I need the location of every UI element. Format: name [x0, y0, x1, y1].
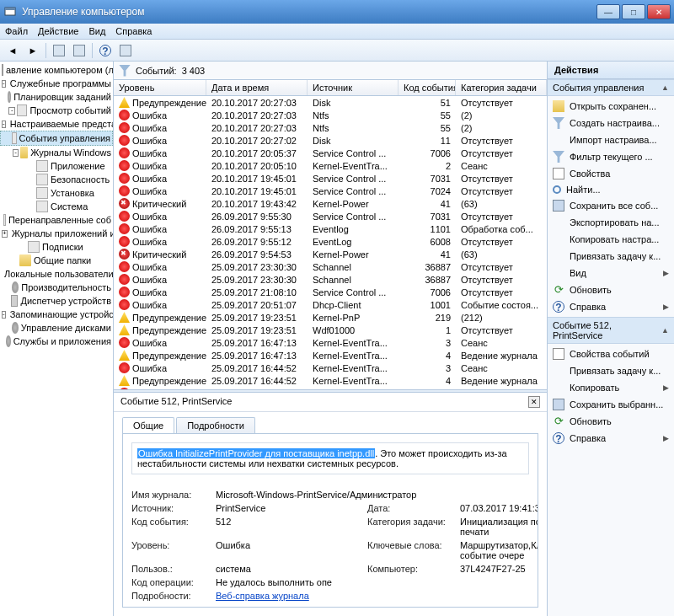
tree-item[interactable]: Подписки	[0, 240, 113, 254]
event-row[interactable]: Ошибка20.10.2017 20:27:03Ntfs55(2)	[114, 121, 547, 134]
event-row[interactable]: Ошибка26.09.2017 9:55:12EventLog6008Отсу…	[114, 235, 547, 248]
menu-view[interactable]: Вид	[88, 26, 105, 36]
action-item[interactable]: Создать настраива...	[548, 115, 674, 131]
tree-label: Журналы Windows	[30, 147, 111, 158]
event-row[interactable]: Ошибка25.09.2017 16:44:52Kernel-EventTra…	[114, 362, 547, 374]
event-row[interactable]: Ошибка25.09.2017 16:47:13Kernel-EventTra…	[114, 336, 547, 349]
tree-item[interactable]: Управление дисками	[0, 321, 113, 335]
tree-item[interactable]: авление компьютером (локальн	[0, 63, 113, 77]
event-row[interactable]: Предупреждение25.09.2017 19:23:51Wdf0100…	[114, 324, 547, 336]
action-item[interactable]: Привязать задачу к...	[548, 362, 674, 379]
col-code[interactable]: Код события	[399, 80, 456, 95]
event-row[interactable]: Предупреждение25.09.2017 16:44:52Kernel-…	[114, 374, 547, 387]
tree-item[interactable]: -Журналы Windows	[0, 146, 113, 159]
action-item[interactable]: Свойства событий	[548, 345, 674, 362]
action-item[interactable]: ⟳Обновить	[548, 281, 674, 298]
event-row[interactable]: Ошибка20.10.2017 19:45:01Service Control…	[114, 172, 547, 185]
tree-toggle-icon[interactable]: -	[2, 311, 6, 319]
tree-toggle-icon[interactable]: -	[13, 149, 19, 157]
action-item[interactable]: ?Справка▶	[548, 430, 674, 447]
tree-item[interactable]: Локальные пользователи и гр	[0, 267, 113, 281]
forward-button[interactable]: ►	[24, 41, 42, 60]
event-row[interactable]: Ошибка20.10.2017 20:05:37Service Control…	[114, 147, 547, 159]
action-item[interactable]: Привязать задачу к...	[548, 248, 674, 265]
action-item[interactable]: Вид▶	[548, 265, 674, 281]
event-grid[interactable]: Предупреждение20.10.2017 20:27:03Disk51О…	[114, 96, 547, 389]
action-item[interactable]: Копировать настра...	[548, 231, 674, 248]
action-item[interactable]: ⟳Обновить	[548, 413, 674, 430]
web-help-link[interactable]: Веб-справка журнала	[216, 591, 309, 601]
tab-details[interactable]: Подробности	[176, 417, 255, 433]
event-row[interactable]: Ошибка20.10.2017 20:27:02Disk11Отсутству…	[114, 134, 547, 147]
action-item[interactable]: Сохранить все соб...	[548, 197, 674, 214]
action-item[interactable]: ?Справка▶	[548, 298, 674, 315]
minimize-button[interactable]: —	[596, 4, 620, 19]
tree-item[interactable]: Производительность	[0, 281, 113, 294]
menu-help[interactable]: Справка	[115, 26, 152, 36]
event-row[interactable]: Ошибка25.09.2017 21:08:10Service Control…	[114, 286, 547, 298]
tree-toggle-icon[interactable]: +	[2, 230, 8, 238]
tree-item[interactable]: События управления	[0, 131, 113, 146]
menu-action[interactable]: Действие	[38, 26, 78, 36]
tree-item[interactable]: +Журналы приложений и сл	[0, 227, 113, 240]
action-item[interactable]: Копировать▶	[548, 379, 674, 396]
action-item[interactable]: Свойства	[548, 165, 674, 182]
col-level[interactable]: Уровень	[114, 80, 206, 95]
event-row[interactable]: Ошибка26.09.2017 9:55:30Service Control …	[114, 210, 547, 222]
tab-general[interactable]: Общие	[122, 417, 174, 433]
tool-icon[interactable]	[50, 41, 68, 60]
event-row[interactable]: Предупреждение25.09.2017 16:47:13Kernel-…	[114, 349, 547, 362]
navigation-tree[interactable]: авление компьютером (локальн-Служебные п…	[0, 62, 114, 616]
event-row[interactable]: Критический20.10.2017 19:43:42Kernel-Pow…	[114, 197, 547, 210]
event-row[interactable]: Ошибка25.09.2017 20:51:07Dhcp-Client1001…	[114, 298, 547, 311]
event-row[interactable]: Ошибка20.10.2017 20:05:10Kernel-EventTra…	[114, 159, 547, 172]
action-item[interactable]: Импорт настраива...	[548, 131, 674, 148]
tree-item[interactable]: -Запоминающие устройства	[0, 308, 113, 321]
tree-item[interactable]: Безопасность	[0, 173, 113, 186]
detail-close-button[interactable]: ✕	[528, 396, 540, 408]
tree-item[interactable]: Установка	[0, 186, 113, 200]
tree-item[interactable]: -Служебные программы	[0, 77, 113, 90]
event-row[interactable]: Ошибка26.09.2017 9:55:13Eventlog1101Обра…	[114, 222, 547, 235]
tree-item[interactable]: -Просмотр событий	[0, 104, 113, 117]
event-row[interactable]: Предупреждение25.09.2017 19:23:51Kernel-…	[114, 311, 547, 324]
action-item[interactable]: Найти...	[548, 182, 674, 197]
actions-section-1[interactable]: События управления▲	[548, 79, 674, 96]
event-row[interactable]: Критический26.09.2017 9:54:53Kernel-Powe…	[114, 248, 547, 260]
action-item[interactable]: Сохранить выбранн...	[548, 396, 674, 413]
grid-header[interactable]: Уровень Дата и время Источник Код событи…	[114, 80, 547, 96]
action-label: Сохранить все соб...	[570, 201, 658, 211]
col-category[interactable]: Категория задачи	[456, 80, 547, 95]
tool-icon[interactable]	[70, 41, 88, 60]
tree-item[interactable]: Система	[0, 200, 113, 213]
tree-item[interactable]: Перенаправленные соб	[0, 213, 113, 227]
event-row[interactable]: Ошибка20.10.2017 20:27:03Ntfs55(2)	[114, 109, 547, 121]
col-date[interactable]: Дата и время	[206, 80, 308, 95]
tree-item[interactable]: -Настраиваемые представл	[0, 117, 113, 131]
event-row[interactable]: Предупреждение20.10.2017 20:27:03Disk51О…	[114, 96, 547, 109]
col-source[interactable]: Источник	[308, 80, 399, 95]
action-item[interactable]: Экспортировать на...	[548, 214, 674, 231]
tree-toggle-icon[interactable]: -	[2, 121, 6, 128]
tree-item[interactable]: Приложение	[0, 159, 113, 173]
maximize-button[interactable]: □	[622, 4, 645, 19]
event-row[interactable]: Ошибка20.10.2017 19:45:01Service Control…	[114, 185, 547, 197]
tree-label: Локальные пользователи и гр	[4, 269, 114, 279]
help-button[interactable]: ?	[96, 41, 115, 60]
tree-toggle-icon[interactable]: -	[2, 80, 6, 88]
event-row[interactable]: Ошибка25.09.2017 23:30:30Schannel36887От…	[114, 260, 547, 273]
tree-toggle-icon[interactable]: -	[8, 107, 15, 115]
action-item[interactable]: Фильтр текущего ...	[548, 148, 674, 165]
action-item[interactable]: Открыть сохранен...	[548, 98, 674, 115]
actions-pane: Действия События управления▲ Открыть сох…	[548, 62, 674, 616]
tree-item[interactable]: Общие папки	[0, 254, 113, 267]
tree-item[interactable]: Диспетчер устройств	[0, 294, 113, 308]
tool-icon[interactable]	[116, 41, 135, 60]
menu-file[interactable]: Файл	[5, 26, 28, 36]
back-button[interactable]: ◄	[3, 41, 22, 60]
actions-section-2[interactable]: Событие 512, PrintService▲	[548, 317, 674, 344]
tree-item[interactable]: Планировщик заданий	[0, 90, 113, 104]
event-row[interactable]: Ошибка25.09.2017 23:30:30Schannel36887От…	[114, 273, 547, 286]
close-button[interactable]: ✕	[647, 4, 671, 19]
tree-item[interactable]: Службы и приложения	[0, 335, 113, 348]
